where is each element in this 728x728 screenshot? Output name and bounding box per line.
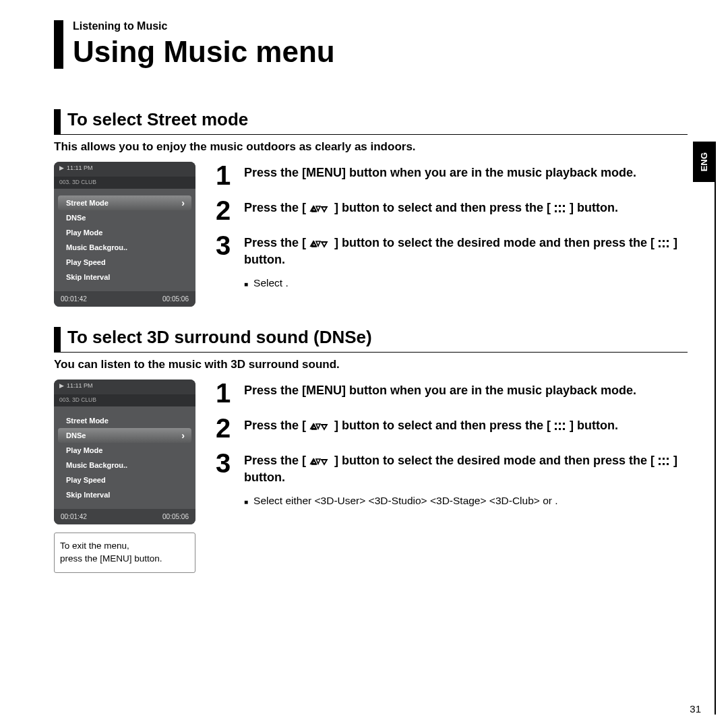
section: To select 3D surround sound (DNSe) You c…	[54, 327, 688, 573]
total-time: 00:05:06	[162, 513, 189, 520]
elapsed-time: 00:01:42	[61, 295, 87, 303]
total-time: 00:05:06	[162, 295, 189, 303]
section-heading: To select 3D surround sound (DNSe)	[54, 327, 688, 353]
page-number: 31	[690, 703, 701, 715]
step: 3 Press the [ ] button to select the des…	[216, 232, 688, 268]
step-text: Press the [MENU] button when you are in …	[244, 162, 636, 189]
svg-rect-20	[667, 458, 669, 460]
step-text: Press the [ ] button to select and then …	[244, 415, 618, 442]
svg-rect-16	[559, 428, 561, 430]
elapsed-time: 00:01:42	[61, 513, 87, 520]
svg-rect-9	[659, 245, 661, 247]
section-intro: You can listen to the music with 3D surr…	[54, 358, 688, 371]
device-screenshot: ▶11:11 PM 003. 3D CLUB Street ModeDNSePl…	[54, 162, 195, 307]
step-number: 3	[216, 450, 235, 486]
step-text: Press the [ ] button to select the desir…	[244, 450, 688, 486]
svg-rect-23	[667, 463, 669, 465]
device-menu-item: Play Speed	[58, 473, 191, 487]
svg-rect-17	[563, 428, 565, 430]
device-menu-item: Play Mode	[58, 225, 191, 240]
up-down-icon	[309, 418, 331, 434]
svg-rect-8	[667, 240, 669, 242]
device-screenshot: ▶11:11 PM 003. 3D CLUB Street ModeDNSePl…	[54, 380, 195, 524]
svg-rect-21	[659, 463, 661, 465]
section-heading: To select Street mode	[54, 109, 688, 135]
svg-rect-12	[555, 423, 557, 425]
step: 3 Press the [ ] button to select the des…	[216, 450, 688, 486]
right-rule	[715, 142, 716, 715]
svg-rect-19	[663, 458, 665, 460]
language-tab: ENG	[693, 142, 715, 182]
svg-rect-7	[663, 240, 665, 242]
device-menu-item: Play Speed	[58, 255, 191, 270]
svg-rect-14	[563, 423, 565, 425]
step-text: Press the [ ] button to select and then …	[244, 197, 618, 224]
svg-rect-13	[559, 423, 561, 425]
sub-bullet: ■Select .	[244, 276, 688, 291]
up-down-icon	[309, 235, 331, 251]
step-number: 1	[216, 162, 235, 189]
device-menu-item: Street Mode	[58, 195, 191, 210]
title-block: Listening to Music Using Music menu	[54, 20, 688, 69]
step: 1 Press the [MENU] button when you are i…	[216, 380, 688, 406]
device-menu-item: Street Mode	[58, 413, 191, 428]
grid-icon	[658, 235, 670, 251]
svg-rect-3	[555, 210, 557, 212]
grid-icon	[554, 418, 566, 434]
svg-rect-10	[663, 245, 665, 247]
sub-bullet: ■Select either <3D-User> <3D-Studio> <3D…	[244, 494, 688, 508]
breadcrumb: Listening to Music	[73, 20, 688, 32]
grid-icon	[554, 200, 566, 216]
svg-rect-5	[563, 210, 565, 212]
svg-rect-18	[659, 458, 661, 460]
device-menu-item: Skip Interval	[58, 487, 191, 502]
section: To select Street mode This allows you to…	[54, 109, 688, 307]
svg-rect-22	[663, 463, 665, 465]
step: 2 Press the [ ] button to select and the…	[216, 415, 688, 442]
step-number: 2	[216, 197, 235, 224]
section-intro: This allows you to enjoy the music outdo…	[54, 140, 688, 154]
step: 1 Press the [MENU] button when you are i…	[216, 162, 688, 189]
svg-rect-15	[555, 428, 557, 430]
svg-rect-0	[555, 205, 557, 207]
step: 2 Press the [ ] button to select and the…	[216, 197, 688, 224]
step-text: Press the [ ] button to select the desir…	[244, 232, 688, 268]
step-number: 1	[216, 380, 235, 406]
exit-note: To exit the menu,press the [MENU] button…	[54, 533, 195, 573]
device-menu-item: Music Backgrou..	[58, 240, 191, 255]
svg-rect-1	[559, 205, 561, 207]
device-menu-item: Skip Interval	[58, 270, 191, 284]
page-title: Using Music menu	[73, 35, 688, 69]
svg-rect-4	[559, 210, 561, 212]
device-menu-item: Music Backgrou..	[58, 458, 191, 473]
device-menu-item: Play Mode	[58, 443, 191, 458]
step-text: Press the [MENU] button when you are in …	[244, 380, 636, 406]
svg-rect-11	[667, 245, 669, 247]
svg-rect-2	[563, 205, 565, 207]
up-down-icon	[309, 200, 331, 216]
up-down-icon	[309, 453, 331, 469]
step-number: 2	[216, 415, 235, 442]
step-number: 3	[216, 232, 235, 268]
device-menu-item: DNSe	[58, 210, 191, 225]
grid-icon	[658, 453, 670, 469]
svg-rect-6	[659, 240, 661, 242]
device-menu-item: DNSe	[58, 428, 191, 443]
